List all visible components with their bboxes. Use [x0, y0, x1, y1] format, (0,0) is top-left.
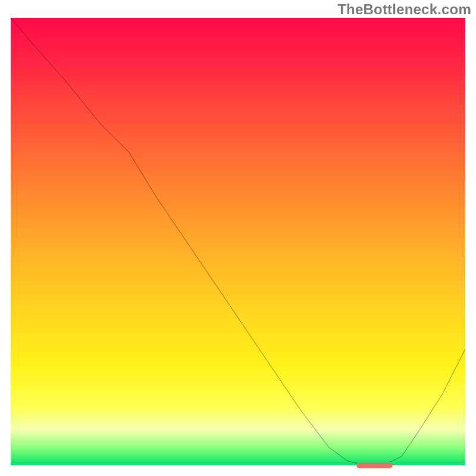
valley-marker [356, 462, 393, 468]
line-series [11, 18, 465, 465]
plot-area [11, 18, 465, 465]
watermark-text: TheBottleneck.com [337, 1, 471, 18]
